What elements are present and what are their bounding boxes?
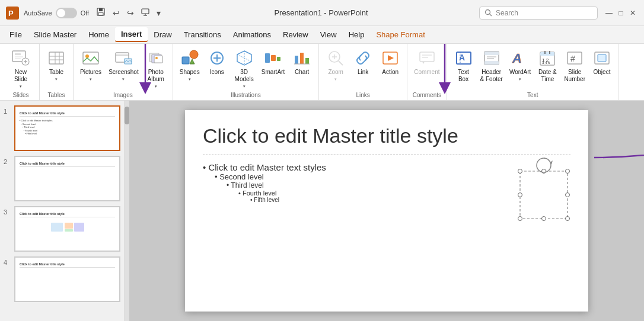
slide-item-2[interactable]: 2 Click to edit Master title style bbox=[4, 156, 120, 201]
pictures-button[interactable]: Pictures ▾ bbox=[77, 46, 104, 84]
slide-number-2: 2 bbox=[4, 158, 12, 165]
undo-button[interactable]: ↩ bbox=[110, 7, 122, 19]
slide-body: Click to edit Master text styles Second … bbox=[203, 162, 570, 233]
svg-rect-11 bbox=[15, 53, 21, 55]
table-label: Table bbox=[49, 69, 63, 76]
svg-rect-29 bbox=[154, 56, 162, 63]
table-arrow: ▾ bbox=[55, 77, 58, 82]
action-button[interactable]: Action bbox=[377, 46, 403, 78]
autosave-toggle[interactable] bbox=[56, 8, 77, 18]
menu-help[interactable]: Help bbox=[343, 28, 371, 41]
zoom-arrow: ▾ bbox=[334, 77, 337, 82]
new-slide-button[interactable]: NewSlide ▾ bbox=[6, 46, 36, 91]
screenshot-button[interactable]: Screenshot ▾ bbox=[106, 46, 142, 84]
slide-body-text[interactable]: Click to edit Master text styles Second … bbox=[203, 162, 517, 233]
menu-shape-format[interactable]: Shape Format bbox=[370, 28, 431, 41]
save-button[interactable] bbox=[94, 6, 108, 20]
menu-home[interactable]: Home bbox=[82, 28, 115, 41]
search-box[interactable]: Search bbox=[479, 7, 598, 20]
slide-thumbnail-1[interactable]: Click to add Master title style • Click … bbox=[14, 105, 120, 151]
slide-content-1: Click to add Master title style • Click … bbox=[18, 109, 117, 147]
menu-view[interactable]: View bbox=[314, 28, 343, 41]
smartart-button[interactable]: SmartArt bbox=[259, 46, 288, 78]
maximize-button[interactable]: □ bbox=[616, 8, 626, 18]
search-placeholder: Search bbox=[496, 9, 518, 17]
chart-button[interactable]: Chart bbox=[289, 46, 315, 78]
object-button[interactable]: Object bbox=[589, 46, 615, 78]
svg-point-86 bbox=[518, 169, 522, 174]
slide-item-1[interactable]: 1 Click to add Master title style • Clic… bbox=[4, 105, 120, 151]
header-footer-button[interactable]: Header& Footer bbox=[477, 46, 506, 85]
screenshot-label: Screenshot bbox=[109, 69, 139, 76]
wordart-button[interactable]: A WordArt ▾ bbox=[506, 46, 534, 84]
shapes-arrow: ▾ bbox=[189, 77, 191, 82]
svg-line-9 bbox=[490, 14, 492, 17]
3d-models-button[interactable]: 3DModels ▾ bbox=[231, 46, 257, 91]
shape-selection-area[interactable] bbox=[517, 168, 570, 233]
comments-label: Comments bbox=[413, 92, 441, 100]
slides-label: Slides bbox=[12, 92, 28, 100]
svg-rect-78 bbox=[51, 223, 63, 232]
svg-rect-53 bbox=[420, 52, 434, 62]
redo-button[interactable]: ↪ bbox=[125, 7, 136, 19]
minimize-button[interactable]: — bbox=[604, 8, 614, 18]
slide-canvas[interactable]: Click to edit Master title style Click t… bbox=[185, 110, 588, 312]
table-button[interactable]: Table ▾ bbox=[43, 46, 69, 84]
slide-panel-scrollbar[interactable] bbox=[125, 101, 129, 321]
svg-line-48 bbox=[339, 61, 343, 65]
comments-items: Comment bbox=[411, 46, 442, 92]
slide-item-4[interactable]: 4 Click to edit Master title style bbox=[4, 256, 120, 302]
menu-bar: File Slide Master Home Insert Draw Trans… bbox=[0, 26, 644, 44]
svg-rect-41 bbox=[271, 55, 276, 61]
window-title: Presentation1 - PowerPoint bbox=[163, 8, 479, 17]
svg-point-93 bbox=[566, 217, 570, 221]
menu-insert[interactable]: Insert bbox=[115, 27, 148, 42]
present-button[interactable] bbox=[139, 7, 152, 19]
ribbon-group-illustrations: Shapes ▾ Icons bbox=[173, 44, 319, 100]
menu-animations[interactable]: Animations bbox=[227, 28, 277, 41]
svg-marker-56 bbox=[422, 62, 425, 64]
ribbon-bar: NewSlide ▾ Slides Table ▾ bbox=[0, 44, 644, 101]
slide-number-4: 4 bbox=[4, 259, 12, 266]
photo-album-button[interactable]: PhotoAlbum ▾ bbox=[143, 46, 169, 91]
slide-item-3[interactable]: 3 Click to edit Master title style bbox=[4, 206, 120, 252]
svg-rect-45 bbox=[305, 58, 309, 64]
svg-point-32 bbox=[190, 50, 198, 59]
autosave-group: AutoSave Off bbox=[24, 8, 89, 18]
icons-button[interactable]: Icons bbox=[204, 46, 230, 78]
slide-thumb-title-3: Click to edit Master title style bbox=[20, 212, 115, 217]
canvas-area: Click to edit Master title style Click t… bbox=[129, 101, 644, 321]
svg-rect-13 bbox=[15, 58, 21, 59]
slide-thumbnail-4[interactable]: Click to edit Master title style bbox=[14, 256, 120, 302]
new-slide-arrow: ▾ bbox=[20, 84, 22, 89]
svg-point-89 bbox=[518, 193, 522, 197]
text-label: Text bbox=[527, 92, 538, 100]
slide-panel: 1 Click to add Master title style • Clic… bbox=[0, 101, 125, 321]
slide-number-button[interactable]: # SlideNumber bbox=[561, 46, 588, 85]
svg-text:A: A bbox=[459, 53, 465, 62]
date-time-button[interactable]: 1 2 3 4 5 Date &Time bbox=[534, 46, 560, 85]
shapes-button[interactable]: Shapes ▾ bbox=[177, 46, 203, 84]
menu-file[interactable]: File bbox=[4, 28, 28, 41]
ribbon-group-text: A TextBox Header& Footer bbox=[447, 44, 619, 100]
svg-rect-62 bbox=[484, 61, 499, 65]
svg-rect-85 bbox=[520, 171, 568, 219]
close-button[interactable]: ✕ bbox=[627, 8, 638, 18]
link-button[interactable]: Link bbox=[350, 46, 376, 78]
svg-rect-22 bbox=[83, 52, 98, 64]
menu-transitions[interactable]: Transitions bbox=[178, 28, 227, 41]
slide-thumbnail-3[interactable]: Click to edit Master title style bbox=[14, 206, 120, 252]
menu-slide-master[interactable]: Slide Master bbox=[28, 28, 82, 41]
body-level2: Second level bbox=[203, 172, 517, 181]
slide-title[interactable]: Click to edit Master title style bbox=[203, 124, 570, 155]
scrollbar-thumb[interactable] bbox=[125, 107, 129, 124]
menu-review[interactable]: Review bbox=[277, 28, 314, 41]
shapes-label: Shapes bbox=[180, 69, 200, 76]
menu-draw[interactable]: Draw bbox=[148, 28, 177, 41]
ribbon-group-links: Zoom ▾ Link Action bbox=[319, 44, 407, 100]
slide-thumbnail-2[interactable]: Click to edit Master title style bbox=[14, 156, 120, 201]
text-box-button[interactable]: A TextBox bbox=[451, 46, 477, 85]
illustrations-items: Shapes ▾ Icons bbox=[177, 46, 315, 92]
customize-button[interactable]: ▾ bbox=[154, 7, 163, 19]
svg-rect-3 bbox=[99, 8, 103, 11]
